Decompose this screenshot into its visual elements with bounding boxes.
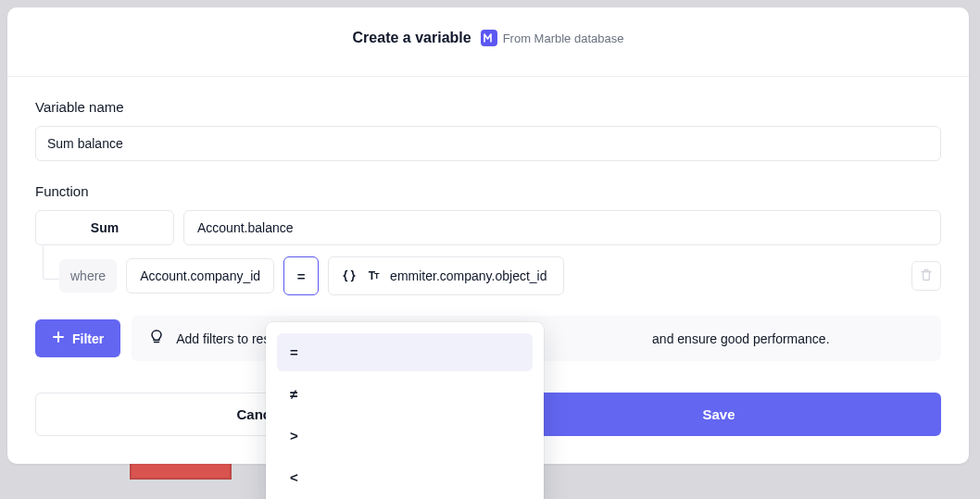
function-row: Sum Account.balance [35,210,941,245]
aggregator-select[interactable]: Sum [35,210,174,245]
operator-option[interactable]: < [277,458,533,496]
where-operator-select[interactable]: = [283,256,319,295]
where-right-value: emmiter.company.object_id [390,268,547,283]
operator-dropdown: =≠>< [266,322,544,499]
where-condition-row: where Account.company_id = TT emmiter.co… [35,256,941,295]
add-filter-button[interactable]: Filter [35,319,120,357]
where-left-value: Account.company_id [140,268,260,283]
where-label: where [59,259,117,293]
tree-connector-icon [43,246,59,280]
trash-icon [920,268,933,284]
filter-button-label: Filter [72,331,104,346]
operator-option[interactable]: = [277,333,533,371]
braces-icon [342,268,357,283]
modal-header: Create a variable From Marble database [7,7,969,77]
source-badge: From Marble database [481,30,624,46]
filter-hint-prefix: Add filters to res [176,331,270,346]
where-right-operand[interactable]: TT emmiter.company.object_id [328,256,564,295]
modal-title: Create a variable [353,30,471,46]
where-left-operand[interactable]: Account.company_id [126,258,274,293]
lightbulb-icon [148,329,165,348]
plus-icon [52,331,65,346]
function-field-value: Account.balance [197,220,294,235]
variable-name-input[interactable] [35,126,941,161]
text-type-icon: TT [366,268,381,283]
source-badge-text: From Marble database [503,31,624,45]
variable-name-label: Variable name [35,99,941,115]
save-button-label: Save [702,406,735,422]
where-operator-value: = [297,268,306,284]
operator-option[interactable]: ≠ [277,375,533,413]
save-button[interactable]: Save [496,393,941,436]
delete-condition-button[interactable] [911,261,941,291]
operator-option[interactable]: > [277,417,533,455]
aggregator-value: Sum [91,220,119,235]
filter-hint-suffix: and ensure good performance. [652,331,829,346]
function-field-select[interactable]: Account.balance [183,210,941,245]
background-red-accent [130,461,232,480]
variable-name-section: Variable name [35,99,941,161]
marble-icon [481,30,497,46]
function-label: Function [35,183,941,199]
